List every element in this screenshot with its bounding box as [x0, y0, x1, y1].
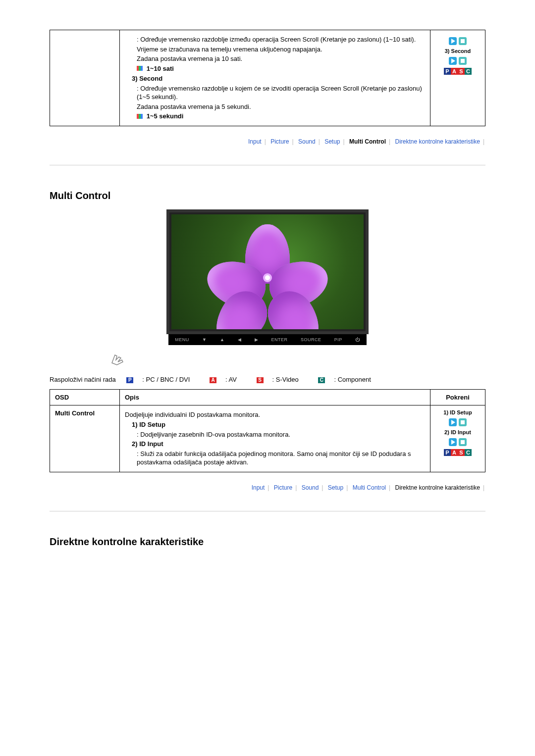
mode-a: : AV	[225, 376, 237, 383]
direktne-title: Direktne kontrolne karakteristike	[50, 536, 485, 548]
desc-line: Zadana postavka vremena ja 10 sati.	[125, 54, 425, 63]
screen-scroll-table: : Određuje vremensko razdoblje između op…	[50, 30, 485, 126]
th-opis: Opis	[120, 390, 430, 405]
svg-marker-4	[451, 420, 455, 425]
bullet-icon	[137, 112, 143, 121]
nav-input[interactable]: Input	[250, 484, 267, 491]
right-icon: ▶	[255, 337, 259, 342]
c-badge-icon: C	[318, 377, 325, 383]
nav-direktne[interactable]: Direktne kontrolne karakteristike	[393, 138, 482, 145]
play-icon[interactable]	[449, 418, 457, 426]
nav-setup[interactable]: Setup	[326, 484, 345, 491]
btn-enter: ENTER	[271, 337, 287, 342]
svg-rect-5	[461, 420, 465, 424]
row-opis: Dodjeljuje individualni ID postavkama mo…	[120, 405, 430, 472]
multi-control-title: Multi Control	[50, 190, 485, 202]
right-label: 1) ID Setup	[435, 409, 480, 415]
s-badge-icon: S	[257, 377, 264, 383]
svg-rect-7	[461, 440, 465, 444]
second-heading: 3) Second	[125, 74, 425, 83]
right-label: 2) ID Input	[435, 429, 480, 435]
right-label: 3) Second	[435, 48, 480, 54]
svg-marker-6	[451, 440, 455, 445]
p-badge-icon: P	[126, 377, 133, 383]
range-value: 1~5 sekundi	[147, 112, 184, 120]
nav-picture[interactable]: Picture	[272, 484, 294, 491]
mode-p: : PC / BNC / DVI	[142, 376, 190, 383]
nav-row: Input| Picture| Sound| Setup| Multi Cont…	[50, 472, 485, 496]
intro-line: Dodjeljuje individualni ID postavkama mo…	[125, 410, 425, 419]
id-setup-heading: 1) ID Setup	[125, 420, 425, 429]
pasc-badge: PASC	[444, 449, 472, 456]
play-icon[interactable]	[449, 57, 457, 65]
divider	[50, 165, 485, 165]
row-label: Multi Control	[50, 405, 120, 472]
stop-icon[interactable]	[459, 37, 467, 45]
play-icon[interactable]	[449, 438, 457, 446]
nav-row: Input| Picture| Sound| Setup| Multi Cont…	[50, 126, 485, 150]
hand-icon	[108, 348, 128, 368]
nav-sound[interactable]: Sound	[296, 138, 318, 145]
svg-marker-0	[451, 39, 455, 44]
nav-multi-control[interactable]: Multi Control	[347, 138, 388, 145]
multi-control-table: OSD Opis Pokreni Multi Control Dodjeljuj…	[50, 389, 485, 472]
a-badge-icon: A	[210, 377, 216, 383]
th-pokreni: Pokreni	[430, 390, 485, 405]
available-modes-row: Raspoloživi načini rada P: PC / BNC / DV…	[50, 376, 485, 383]
power-icon: ⏻	[355, 337, 360, 342]
id-input-desc: : Služi za odabir funkcija odašiljača po…	[125, 450, 425, 467]
svg-marker-2	[451, 58, 455, 63]
nav-picture[interactable]: Picture	[268, 138, 291, 145]
desc-line: : Određuje vremensko razdoblje između op…	[125, 35, 425, 44]
id-setup-desc: : Dodjeljivanje zasebnih ID-ova postavka…	[125, 430, 425, 439]
monitor-button-bar: MENU ▼ ▲ ◀ ▶ ENTER SOURCE PIP ⏻	[168, 334, 367, 345]
pokreni-cell: 3) Second PASC	[430, 30, 485, 126]
svg-rect-1	[461, 39, 465, 43]
svg-rect-3	[461, 59, 465, 63]
btn-source: SOURCE	[301, 337, 321, 342]
divider	[50, 511, 485, 511]
btn-pip: PIP	[334, 337, 342, 342]
modes-label: Raspoloživi načini rada	[50, 376, 116, 383]
btn-menu: MENU	[175, 337, 189, 342]
osd-cell-empty	[50, 30, 120, 126]
nav-input[interactable]: Input	[246, 138, 264, 145]
nav-setup[interactable]: Setup	[322, 138, 342, 145]
nav-sound[interactable]: Sound	[300, 484, 321, 491]
stop-icon[interactable]	[459, 438, 467, 446]
th-osd: OSD	[50, 390, 120, 405]
mode-s: : S-Video	[272, 376, 299, 383]
down-icon: ▼	[202, 337, 207, 342]
up-icon: ▲	[220, 337, 224, 342]
nav-direktne[interactable]: Direktne kontrolne karakteristike	[393, 484, 482, 491]
desc-line: : Određuje vremensko razdoblje u kojem ć…	[125, 84, 425, 101]
bullet-icon	[137, 64, 143, 73]
stop-icon[interactable]	[459, 57, 467, 65]
play-icon[interactable]	[449, 37, 457, 45]
mode-c: : Component	[334, 376, 371, 383]
pasc-badge: PASC	[444, 68, 472, 75]
row-pokreni: 1) ID Setup 2) ID Input PASC	[430, 405, 485, 472]
range-value: 1~10 sati	[147, 65, 174, 72]
desc-line: Zadana postavka vremena ja 5 sekundi.	[125, 102, 425, 111]
id-input-heading: 2) ID Input	[125, 440, 425, 449]
nav-multi-control[interactable]: Multi Control	[351, 484, 388, 491]
stop-icon[interactable]	[459, 418, 467, 426]
left-icon: ◀	[238, 337, 242, 342]
desc-line: Vrijeme se izračunava na temelju vremena…	[125, 45, 425, 54]
opis-cell: : Određuje vremensko razdoblje između op…	[120, 30, 430, 126]
monitor-illustration: MENU ▼ ▲ ◀ ▶ ENTER SOURCE PIP ⏻	[50, 209, 485, 368]
